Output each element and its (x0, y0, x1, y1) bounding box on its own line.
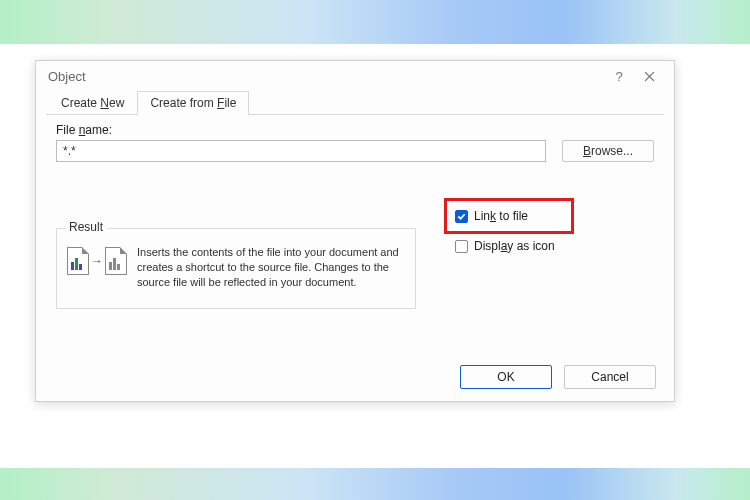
dialog-titlebar: Object ? (36, 61, 674, 91)
source-doc-icon (67, 247, 89, 275)
ok-button[interactable]: OK (460, 365, 552, 389)
link-to-file-checkbox[interactable]: Link to file (455, 209, 563, 223)
close-button[interactable] (634, 65, 664, 87)
checkbox-empty-icon (455, 240, 468, 253)
dialog-title: Object (48, 69, 604, 84)
close-icon (644, 71, 655, 82)
checkbox-checked-icon (455, 210, 468, 223)
result-legend: Result (65, 220, 107, 234)
file-name-input[interactable] (56, 140, 546, 162)
result-illustration-icon: → (67, 245, 127, 275)
dialog-footer: OK Cancel (460, 365, 656, 389)
arrow-right-icon: → (91, 254, 103, 268)
target-doc-icon (105, 247, 127, 275)
browse-button[interactable]: Browse... (562, 140, 654, 162)
result-group: Result → Inserts the contents of the fil… (56, 228, 416, 309)
object-dialog: Object ? Create New Create from File Fil… (35, 60, 675, 402)
result-description: Inserts the contents of the file into yo… (137, 245, 405, 290)
cancel-button[interactable]: Cancel (564, 365, 656, 389)
link-to-file-label: Link to file (474, 209, 528, 223)
help-button[interactable]: ? (604, 65, 634, 87)
mid-area: Result → Inserts the contents of the fil… (56, 210, 654, 309)
file-name-label: File name: (56, 123, 654, 137)
tab-create-from-file[interactable]: Create from File (137, 91, 249, 116)
options-group: Link to file Display as icon (444, 198, 574, 253)
display-as-icon-label: Display as icon (474, 239, 555, 253)
display-as-icon-checkbox[interactable]: Display as icon (444, 236, 574, 253)
tab-create-new[interactable]: Create New (48, 91, 137, 115)
highlight-annotation: Link to file (444, 198, 574, 234)
dialog-content: File name: Browse... Result → (36, 115, 674, 319)
tab-strip: Create New Create from File (36, 91, 674, 115)
file-row: Browse... (56, 140, 654, 162)
